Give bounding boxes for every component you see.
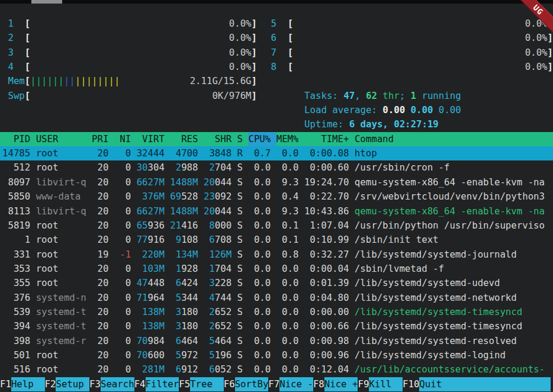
- process-row[interactable]: 8097libvirt-q2006627M1488M20044S0.09.319…: [0, 175, 553, 189]
- function-key-button[interactable]: SortBy: [235, 377, 269, 391]
- column-header-state[interactable]: S: [237, 132, 243, 146]
- process-row[interactable]: 376systemd-n2007196453444744S0.00.00:04.…: [0, 291, 553, 305]
- process-nice: 0: [114, 348, 131, 362]
- process-row[interactable]: 539systemd-t200138M31802652S0.00.00:00.0…: [0, 305, 553, 319]
- process-row[interactable]: 8113libvirt-q2006627M1488M20044S0.09.310…: [0, 204, 553, 219]
- process-cpu-percent: 0.0: [248, 291, 271, 305]
- function-key-number[interactable]: F6: [224, 377, 235, 391]
- column-header-ni[interactable]: NI: [114, 132, 131, 146]
- process-cpu-percent: 0.0: [248, 233, 271, 247]
- function-key-number[interactable]: F1: [0, 377, 11, 391]
- process-time: 19:24.70: [304, 175, 349, 189]
- process-state: S: [237, 334, 243, 348]
- process-virt: 77916: [137, 233, 165, 247]
- function-key-button[interactable]: Filter: [146, 377, 179, 391]
- meter-open-bracket: [: [288, 60, 293, 74]
- tasks-summary: Tasks: 47, 62 thr; 1 running: [265, 74, 553, 88]
- process-row[interactable]: 1root2007791691086708S0.00.10:10.99/sbin…: [0, 233, 553, 247]
- meter-bar-empty: [120, 74, 189, 88]
- corner-ribbon: UG: [520, 0, 553, 33]
- column-header-user[interactable]: USER: [36, 132, 86, 146]
- process-nice: -1: [114, 248, 131, 262]
- process-nice: 0: [114, 219, 131, 233]
- column-header-pri[interactable]: PRI: [92, 132, 108, 146]
- process-priority: 20: [92, 146, 108, 160]
- function-key-button[interactable]: Tree: [190, 377, 224, 391]
- process-pid: 1: [2, 233, 30, 247]
- function-key-button[interactable]: Nice +: [324, 377, 358, 391]
- function-key-number[interactable]: F4: [134, 377, 146, 391]
- process-row[interactable]: 516root200281M69126052S0.00.00:12.04/usr…: [0, 362, 553, 377]
- process-row[interactable]: 398systemd-r2007098464645464S0.00.00:00.…: [0, 334, 553, 348]
- threads-label: thr: [377, 90, 400, 101]
- process-row[interactable]: 501root2007060059725196S0.00.00:00.96/li…: [0, 348, 553, 362]
- meter-bar-empty: [293, 17, 525, 31]
- cpu-meter: 5[0.0%]: [265, 17, 553, 31]
- process-state: S: [237, 305, 243, 319]
- process-row[interactable]: 353root200103M19281704S0.00.00:00.04/sbi…: [0, 262, 553, 276]
- process-res: 1928: [170, 262, 198, 276]
- meters-left-column: 1[0.0%] 2[0.0%] 3[0.0%] 4[0.0%] Mem[||||…: [2, 17, 257, 103]
- process-time: 0:00.66: [304, 319, 349, 333]
- process-mem-percent: 0.0: [276, 319, 299, 333]
- process-shr: 4744: [204, 291, 232, 305]
- process-row[interactable]: 14785root2003244447003848R0.70.00:00.08h…: [0, 146, 553, 160]
- process-row[interactable]: 355root2004744864243228S0.00.00:01.39/li…: [0, 276, 553, 290]
- process-nice: 0: [114, 146, 131, 160]
- process-row[interactable]: 394systemd-t200138M31802652S0.00.00:00.6…: [0, 319, 553, 333]
- function-key-number[interactable]: F10: [403, 377, 419, 391]
- process-command: qemu-system-x86_64 -enable-kvm -na: [355, 204, 553, 219]
- function-key-number[interactable]: F7: [268, 377, 279, 391]
- process-command: /usr/lib/accountsservice/accounts-: [355, 362, 553, 377]
- process-cpu-percent: 0.0: [248, 362, 271, 377]
- function-key-button[interactable]: Search: [101, 377, 134, 391]
- process-mem-percent: 0.0: [276, 276, 299, 290]
- cpu-meter: 2[0.0%]: [2, 31, 257, 45]
- process-priority: 20: [92, 305, 108, 319]
- column-header-cpu-sorted[interactable]: CPU%: [248, 132, 276, 146]
- function-key-button[interactable]: Help: [11, 377, 45, 391]
- window-tab-segment: [31, 0, 62, 4]
- column-header-res[interactable]: RES: [170, 132, 198, 146]
- process-pid: 355: [2, 276, 30, 290]
- process-mem-percent: 0.1: [276, 219, 299, 233]
- function-key-number[interactable]: F3: [89, 377, 101, 391]
- function-key-number[interactable]: F8: [313, 377, 324, 391]
- process-row[interactable]: 5819root20065936214168000S0.00.11:07.04/…: [0, 219, 553, 233]
- meters-right-column: 5[0.0%] 6[0.0%] 7[0.0%] 8[0.0%] Tasks: 4…: [265, 17, 553, 117]
- meter-bar-empty: [293, 60, 525, 74]
- column-header-shr[interactable]: SHR: [204, 132, 232, 146]
- process-virt: 71964: [137, 291, 165, 305]
- function-key-number[interactable]: F2: [45, 377, 56, 391]
- column-header-pid[interactable]: PID: [2, 132, 30, 146]
- process-pid: 394: [2, 319, 30, 333]
- process-res: 9108: [170, 233, 198, 247]
- column-header-mem[interactable]: MEM%: [276, 132, 299, 146]
- process-row[interactable]: 5850www-data200376M6952823092S0.00.40:22…: [0, 189, 553, 204]
- column-header-command[interactable]: Command: [355, 132, 553, 146]
- process-cpu-percent: 0.0: [248, 175, 271, 189]
- cpu-meter-value: 0.0%: [229, 60, 252, 74]
- function-key-button[interactable]: Nice -: [279, 377, 313, 391]
- function-key-button[interactable]: Setup: [56, 377, 89, 391]
- meter-close-bracket: ]: [252, 31, 257, 45]
- process-res: 1488M: [170, 204, 198, 219]
- process-row[interactable]: 512root2003030429882704S0.00.00:00.60/us…: [0, 160, 553, 175]
- function-key-button[interactable]: Quit: [419, 377, 551, 391]
- cpu-meters-right: 5[0.0%] 6[0.0%] 7[0.0%] 8[0.0%]: [265, 17, 553, 74]
- process-cpu-percent: 0.7: [248, 146, 271, 160]
- column-header-virt[interactable]: VIRT: [137, 132, 165, 146]
- process-mem-percent: 0.0: [276, 305, 299, 319]
- function-key-number[interactable]: F9: [358, 377, 369, 391]
- process-nice: 0: [114, 204, 131, 219]
- load-5min: 0.00: [411, 104, 439, 115]
- function-key-button[interactable]: Kill: [369, 377, 403, 391]
- process-time: 0:32.27: [304, 248, 349, 262]
- process-command: /usr/sbin/cron -f: [355, 160, 553, 175]
- function-key-number[interactable]: F5: [179, 377, 190, 391]
- column-header-time[interactable]: TIME+: [304, 132, 349, 146]
- process-state: S: [237, 276, 243, 290]
- process-row[interactable]: 331root19-1220M134M126MS0.00.80:32.27/li…: [0, 248, 553, 262]
- process-shr: 20044: [204, 204, 232, 219]
- process-user: root: [36, 276, 86, 290]
